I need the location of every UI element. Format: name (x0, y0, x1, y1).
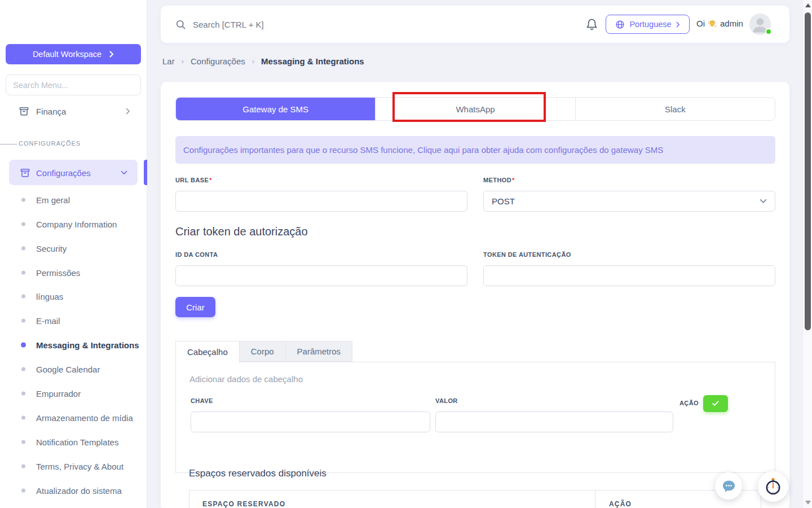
sidebar-item-label: Configurações (36, 168, 91, 177)
user-greeting: Oi admin (696, 18, 743, 29)
settings-card: Gateway de SMS WhatsApp Slack Configuraç… (161, 82, 789, 508)
sidebar-item-messaging-integrations[interactable]: Messaging & Integrations (0, 332, 147, 357)
placeholders-table: ESPAÇO RESERVADO AÇÃO (189, 490, 761, 508)
required-asterisk: * (512, 177, 515, 183)
breadcrumb: Lar › Configurações › Messaging & Integr… (162, 56, 364, 66)
required-asterisk: * (209, 177, 212, 183)
sidebar-item-label: línguas (36, 291, 63, 301)
chevron-right-icon (126, 108, 130, 115)
sidebar-item-financa[interactable]: Finança (0, 102, 147, 121)
sidebar-item-empurrador[interactable]: Empurrador (0, 381, 147, 405)
header-value-input[interactable] (435, 411, 673, 432)
chevron-down-icon (121, 170, 127, 175)
bullet-icon (21, 464, 25, 468)
bullet-icon (21, 318, 25, 322)
online-status-dot (765, 28, 772, 35)
topbar: Portuguese Oi admin (161, 6, 789, 43)
notifications-bell-icon[interactable] (585, 17, 598, 31)
chat-bubble-icon (721, 479, 736, 494)
url-base-label: URL BASE* (175, 177, 212, 183)
bullet-icon (21, 391, 25, 395)
sidebar-item-armazenamento[interactable]: Armazenamento de mídia (0, 405, 147, 430)
sidebar-item-label: Permissões (36, 268, 80, 277)
sidebar-item-permissoes[interactable]: Permissões (0, 260, 147, 284)
sidebar-item-label: Atualizador do sistema (36, 485, 122, 495)
sidebar-section-configuracoes: CONFIGURAÇÕES (0, 140, 147, 148)
confirm-header-row-button[interactable] (703, 395, 728, 412)
value-label: VALOR (435, 397, 458, 404)
sidebar-item-configuracoes[interactable]: Configurações (9, 160, 138, 185)
sidebar-item-atualizador[interactable]: Atualizador do sistema (0, 478, 147, 502)
workspace-switcher-button[interactable]: Default Workspace (6, 44, 141, 64)
header-data-panel: Adicionar dados de cabeçalho CHAVE VALOR… (175, 362, 775, 473)
tab-gateway-sms[interactable]: Gateway de SMS (176, 98, 375, 120)
sidebar-search-input[interactable] (6, 75, 141, 95)
add-header-title: Adicionar dados de cabeçalho (189, 374, 303, 384)
greeting-text: Oi (696, 19, 705, 28)
chevron-right-icon: › (252, 57, 254, 65)
bullet-icon (21, 415, 25, 419)
sidebar-item-label: Em geral (36, 195, 70, 204)
sidebar-item-label: Terms, Privacy & About (36, 461, 123, 471)
checkmark-icon (711, 400, 720, 408)
page-scrollbar[interactable] (802, 0, 812, 508)
tab-whatsapp[interactable]: WhatsApp (375, 98, 575, 120)
sidebar-item-company-information[interactable]: Company Information (0, 212, 147, 236)
subtab-corpo[interactable]: Corpo (240, 341, 286, 362)
time-tracker-button[interactable] (758, 471, 788, 502)
scroll-down-arrow-icon[interactable] (805, 501, 811, 505)
sidebar-item-notification-templates[interactable]: Notification Templates (0, 430, 147, 454)
globe-icon (615, 20, 625, 29)
waving-hand-icon (707, 18, 718, 29)
sidebar-item-label: Empurrador (36, 388, 81, 398)
method-select[interactable]: POST (483, 191, 775, 212)
bullet-icon (21, 198, 25, 202)
create-token-button[interactable]: Criar (175, 297, 215, 317)
user-avatar[interactable] (749, 14, 771, 35)
scrollbar-thumb[interactable] (805, 12, 811, 330)
tab-slack[interactable]: Slack (575, 98, 775, 120)
column-header-acao: AÇÃO (609, 500, 632, 508)
sidebar-item-email[interactable]: E-mail (0, 308, 147, 332)
sidebar-item-label: Finança (36, 107, 66, 116)
archive-box-icon (20, 167, 30, 178)
bullet-icon (21, 222, 25, 226)
chevron-right-icon (676, 21, 680, 28)
stopwatch-icon (764, 478, 782, 496)
account-id-label: ID DA CONTA (175, 251, 218, 258)
breadcrumb-home[interactable]: Lar (162, 56, 175, 66)
section-dash (0, 144, 17, 144)
sidebar-item-em-geral[interactable]: Em geral (0, 187, 147, 212)
scroll-up-arrow-icon[interactable] (805, 3, 811, 7)
sidebar-item-label: Google Calendar (36, 364, 100, 374)
sidebar-item-google-calendar[interactable]: Google Calendar (0, 357, 147, 381)
info-banner-text: Configurações importantes para que o rec… (183, 145, 663, 155)
subtab-cabecalho[interactable]: Cabeçalho (175, 341, 240, 362)
sidebar-item-label: Company Information (36, 219, 117, 229)
method-label: METHOD* (483, 177, 515, 183)
action-label: AÇÃO (679, 400, 699, 406)
account-id-input[interactable] (175, 265, 467, 286)
sidebar-item-security[interactable]: Security (0, 236, 147, 260)
bullet-icon (21, 367, 25, 371)
sidebar: Default Workspace Finança CONFIGURAÇÕES … (0, 0, 147, 508)
active-item-accent-bar (144, 160, 147, 185)
language-selector-button[interactable]: Portuguese (606, 15, 690, 34)
url-base-input[interactable] (175, 191, 467, 212)
auth-token-input[interactable] (483, 265, 775, 286)
sidebar-item-label: Messaging & Integrations (36, 340, 139, 349)
sidebar-item-label: Notification Templates (36, 437, 118, 446)
subtab-parametros[interactable]: Parâmetros (286, 341, 353, 362)
bullet-icon (21, 342, 26, 347)
integration-tabs: Gateway de SMS WhatsApp Slack (175, 97, 775, 121)
header-key-input[interactable] (191, 411, 430, 432)
app-root: Default Workspace Finança CONFIGURAÇÕES … (0, 0, 812, 508)
global-search-input[interactable] (193, 20, 396, 29)
breadcrumb-current: Messaging & Integrations (261, 56, 364, 66)
breadcrumb-configuracoes[interactable]: Configurações (191, 56, 245, 66)
info-banner: Configurações importantes para que o rec… (175, 136, 775, 164)
sidebar-item-terms-privacy[interactable]: Terms, Privacy & About (0, 454, 147, 478)
chat-support-button[interactable] (715, 472, 742, 500)
sidebar-item-linguas[interactable]: línguas (0, 284, 147, 308)
username-text: admin (720, 19, 743, 28)
